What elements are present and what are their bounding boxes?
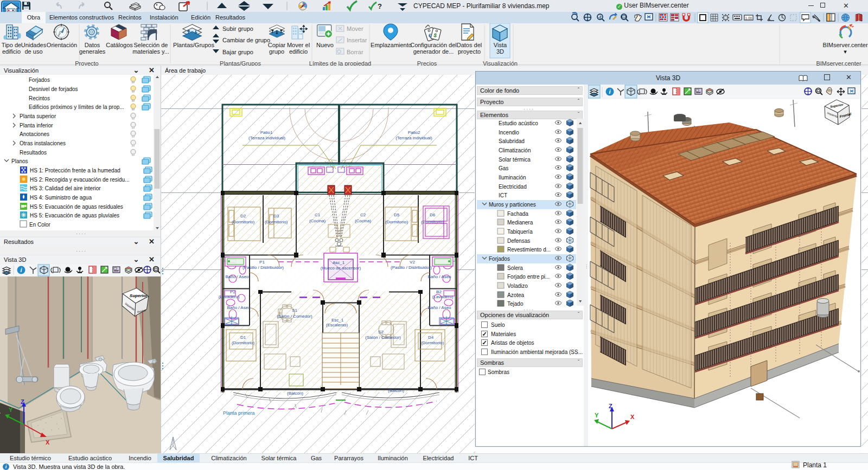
svg-text:1.00: 1.00 [745,16,752,20]
svg-text:C1: C1 [315,213,321,217]
svg-text:(Terraza individual): (Terraza individual) [395,136,432,140]
svg-text:P2: P2 [230,289,235,294]
svg-text:(Salón / Comedor): (Salón / Comedor) [365,335,401,340]
svg-text:(Dormitorio): (Dormitorio) [421,220,444,224]
svg-text:(Cocina): (Cocina) [309,218,326,223]
svg-text:P1: P1 [259,260,265,265]
svg-text:Patio2: Patio2 [408,130,420,135]
svg-text:(Pasillo / Distribuidor): (Pasillo / Distribuidor) [391,265,432,270]
svg-text:D1: D1 [240,335,246,340]
svg-text:-2: -2 [598,15,602,19]
svg-text:D3: D3 [273,214,279,218]
svg-text:Asc_1: Asc_1 [333,260,345,265]
svg-text:(Pasillo / Distribuidor): (Pasillo / Distribuidor) [242,265,284,270]
svg-text:Y: Y [9,407,13,413]
svg-text:S2: S2 [378,330,384,334]
svg-text:Esc_1: Esc_1 [331,318,344,323]
svg-text:(Dormitorio): (Dormitorio) [421,340,444,345]
svg-text:(Terraza Individual): (Terraza Individual) [248,136,285,140]
svg-text:(Lavadero): (Lavadero) [432,294,454,299]
svg-text:Baño / Aseo: Baño / Aseo [427,305,451,310]
svg-text:Z: Z [21,398,24,405]
svg-text:D2: D2 [240,214,246,218]
svg-text:(Lavadero): (Lavadero) [219,294,240,299]
svg-text:Baño / Aseo: Baño / Aseo [427,274,451,279]
svg-text:(Dormitorio): (Dormitorio) [232,220,255,224]
svg-text:X: X [46,439,50,446]
svg-text:Planta primera: Planta primera [223,410,255,416]
svg-text:(Hueco de ascensor): (Hueco de ascensor) [321,266,361,271]
svg-text:(Dormitorio): (Dormitorio) [385,220,409,224]
svg-text:(Dormitorio): (Dormitorio) [265,220,288,224]
svg-text:C2: C2 [360,213,366,217]
svg-text:X: X [630,414,635,420]
svg-text:(Balcón): (Balcón) [287,391,303,396]
svg-text:Y: Y [595,412,599,419]
svg-text:D6: D6 [430,213,436,217]
svg-text:Baño / Aseo: Baño / Aseo [227,305,251,310]
svg-text:(Dormitorio): (Dormitorio) [232,340,255,345]
svg-text:(Balcón): (Balcón) [388,388,404,393]
svg-text:Superior: Superior [130,293,148,298]
svg-text:D5: D5 [394,213,400,217]
svg-text:S1: S1 [292,308,297,313]
svg-text:Patio1: Patio1 [260,130,273,135]
svg-text:V2: V2 [410,260,415,265]
svg-text:(Salón / Comedor): (Salón / Comedor) [277,314,312,319]
svg-text:(Cocina): (Cocina) [355,218,372,223]
svg-text:B2: B2 [436,289,442,294]
svg-text:Z: Z [609,403,612,409]
svg-text:D4: D4 [428,335,434,340]
svg-text:(Escaleras): (Escaleras) [326,323,348,327]
svg-text:?: ? [378,2,382,10]
svg-text:Baño / Aseo: Baño / Aseo [225,274,249,279]
